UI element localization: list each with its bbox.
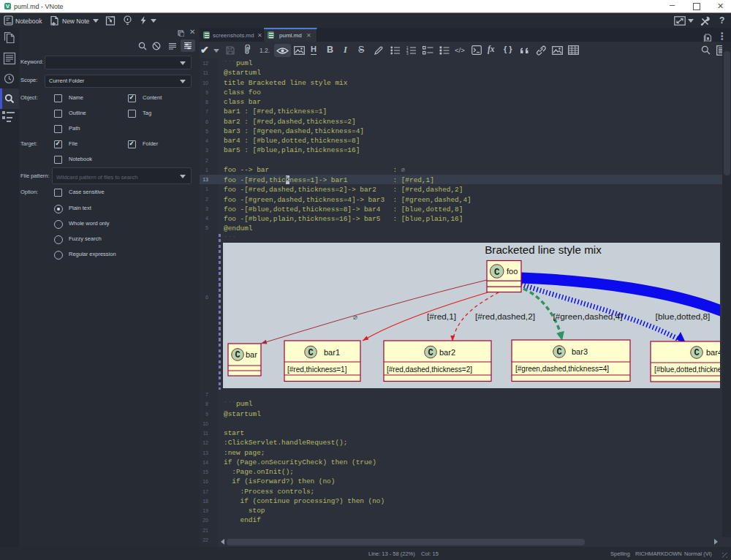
svg-text:bar4: bar4 <box>706 348 720 357</box>
svg-text:[#red,dashed,2]: [#red,dashed,2] <box>475 311 535 322</box>
svg-text:bar: bar <box>246 350 257 359</box>
svg-text:[#blue,dotted,thickness=8]: [#blue,dotted,thickness=8] <box>654 366 720 374</box>
svg-text:3: 3 <box>406 52 409 55</box>
svg-text:Bracketed line style mix: Bracketed line style mix <box>485 243 602 256</box>
svg-text:[#red,1]: [#red,1] <box>427 311 456 322</box>
svg-text:C: C <box>494 268 500 278</box>
svg-text:C: C <box>428 348 433 358</box>
svg-text:C: C <box>556 347 561 357</box>
svg-text:[#red,dashed,thickness=2]: [#red,dashed,thickness=2] <box>387 366 472 374</box>
svg-text:foo: foo <box>507 267 518 276</box>
svg-text:C: C <box>308 348 313 358</box>
svg-text:⌀: ⌀ <box>353 313 357 321</box>
svg-text:bar3: bar3 <box>572 347 588 356</box>
svg-text:C: C <box>694 348 699 358</box>
svg-text:[blue,dotted,8]: [blue,dotted,8] <box>656 311 711 322</box>
svg-text:C: C <box>235 350 240 360</box>
svg-text:bar1: bar1 <box>324 348 340 357</box>
svg-text:[#red,thickness=1]: [#red,thickness=1] <box>287 366 347 374</box>
svg-text:[#green,dashed,4]: [#green,dashed,4] <box>553 311 622 322</box>
svg-text:bar2: bar2 <box>439 348 455 357</box>
svg-text:[#green,dashed,thickness=4]: [#green,dashed,thickness=4] <box>515 365 609 373</box>
